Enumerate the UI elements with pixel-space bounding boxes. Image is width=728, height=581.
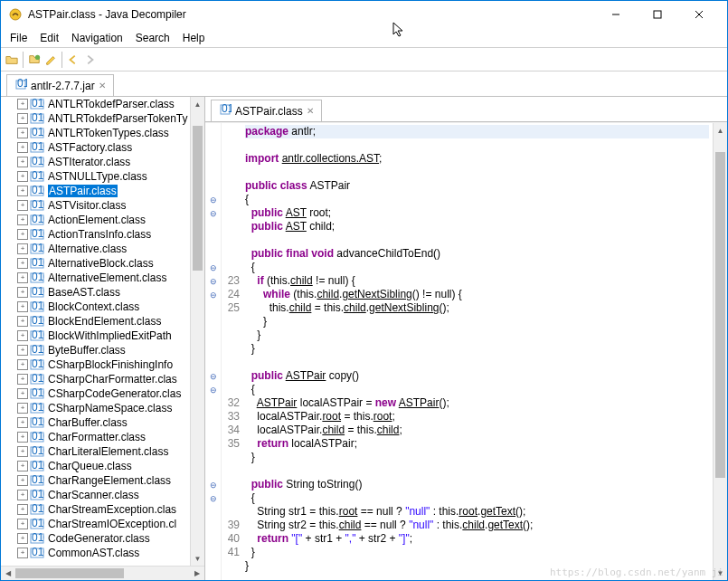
tree-item[interactable]: +010ASTVisitor.class [1, 198, 190, 213]
tree-item[interactable]: +010CharStreamException.clas [1, 502, 190, 517]
new-file-icon[interactable] [27, 52, 42, 67]
expand-icon[interactable]: + [17, 359, 28, 370]
tree-item[interactable]: +010ActionTransInfo.class [1, 227, 190, 242]
menu-file[interactable]: File [5, 30, 33, 46]
code-line[interactable]: while (this.child.getNextSibling() != nu… [245, 288, 709, 301]
expand-icon[interactable]: + [17, 272, 28, 283]
code-line[interactable]: public ASTPair copy() [245, 369, 709, 383]
tree-item[interactable]: +010Alternative.class [1, 242, 190, 256]
tree-item[interactable]: +010CharBuffer.class [1, 415, 190, 430]
expand-icon[interactable]: + [17, 258, 28, 269]
expand-icon[interactable]: + [17, 128, 28, 138]
tree-item[interactable]: +010CSharpBlockFinishingInfo [1, 357, 190, 372]
code-line[interactable] [245, 464, 709, 478]
code-line[interactable]: ASTPair localASTPair = new ASTPair(); [245, 396, 709, 410]
expand-icon[interactable]: + [17, 214, 28, 225]
editor-scrollbar-v[interactable]: ▲ ▼ [713, 123, 727, 580]
expand-icon[interactable]: + [17, 533, 28, 544]
tree-item[interactable]: +010BlockWithImpliedExitPath [1, 329, 190, 343]
tree-item[interactable]: +010ANTLRTokdefParser.class [1, 97, 190, 111]
expand-icon[interactable]: + [17, 345, 28, 356]
expand-icon[interactable]: + [17, 475, 28, 486]
tree-item[interactable]: +010CSharpNameSpace.class [1, 401, 190, 415]
scroll-right-arrow-icon[interactable]: ▶ [190, 567, 204, 580]
expand-icon[interactable]: + [17, 330, 28, 341]
minimize-button[interactable] [595, 1, 637, 28]
code-line[interactable]: localASTPair.child = this.child; [245, 424, 709, 437]
close-icon[interactable]: ✕ [307, 106, 314, 116]
scroll-thumb[interactable] [715, 152, 725, 478]
tree-scrollbar-v[interactable]: ▲ ▼ [190, 97, 204, 566]
code-line[interactable] [245, 233, 709, 247]
expand-icon[interactable]: + [17, 374, 28, 385]
tree-item[interactable]: +010CommonAST.class [1, 546, 190, 560]
code-line[interactable]: String str1 = this.root == null ? "null"… [245, 505, 709, 519]
code-line[interactable] [245, 166, 709, 179]
tree-item[interactable]: +010ActionElement.class [1, 213, 190, 227]
scroll-down-arrow-icon[interactable]: ▼ [191, 551, 204, 566]
code-line[interactable] [245, 356, 709, 369]
edit-icon[interactable] [43, 52, 58, 67]
code-line[interactable]: { [245, 193, 709, 206]
tab-jar[interactable]: 010 antlr-2.7.7.jar ✕ [6, 74, 114, 96]
expand-icon[interactable]: + [17, 403, 28, 414]
tree-item[interactable]: +010AlternativeBlock.class [1, 256, 190, 271]
expand-icon[interactable]: + [17, 316, 28, 327]
tree-item[interactable]: +010ASTNULLType.class [1, 169, 190, 184]
code-line[interactable]: } [245, 329, 709, 342]
expand-icon[interactable]: + [17, 186, 28, 196]
expand-icon[interactable]: + [17, 417, 28, 428]
code-line[interactable]: return "[" + str1 + "," + str2 + "]"; [245, 532, 709, 546]
code-line[interactable]: public final void advanceChildToEnd() [245, 247, 709, 261]
code-line[interactable]: } [245, 342, 709, 356]
tree-item[interactable]: +010CodeGenerator.class [1, 531, 190, 546]
tree-item[interactable]: +010CSharpCodeGenerator.clas [1, 386, 190, 401]
code-line[interactable]: if (this.child != null) { [245, 274, 709, 288]
menu-help[interactable]: Help [177, 30, 211, 46]
tree-item[interactable]: +010BlockEndElement.class [1, 314, 190, 329]
menu-navigation[interactable]: Navigation [66, 30, 128, 46]
tree-item[interactable]: +010CharQueue.class [1, 459, 190, 473]
code-line[interactable]: { [245, 491, 709, 505]
code-line[interactable]: String str2 = this.child == null ? "null… [245, 519, 709, 532]
expand-icon[interactable]: + [17, 388, 28, 399]
tree-item[interactable]: +010CharLiteralElement.class [1, 444, 190, 459]
tree-item[interactable]: +010CSharpCharFormatter.clas [1, 372, 190, 386]
tree-item[interactable]: +010ANTLRTokdefParserTokenTy [1, 111, 190, 126]
expand-icon[interactable]: + [17, 504, 28, 515]
expand-icon[interactable]: + [17, 446, 28, 457]
close-icon[interactable]: ✕ [99, 81, 106, 90]
expand-icon[interactable]: + [17, 229, 28, 240]
tree-item[interactable]: +010CharScanner.class [1, 488, 190, 502]
scroll-left-arrow-icon[interactable]: ◀ [1, 567, 15, 580]
tree-item[interactable]: +010ASTIterator.class [1, 155, 190, 169]
expand-icon[interactable]: + [17, 490, 28, 500]
tree-item[interactable]: +010CharRangeElement.class [1, 473, 190, 488]
expand-icon[interactable]: + [17, 142, 28, 153]
code-line[interactable]: localASTPair.root = this.root; [245, 410, 709, 424]
code-line[interactable]: public AST root; [245, 206, 709, 220]
tab-editor-file[interactable]: 010 ASTPair.class ✕ [211, 100, 322, 121]
expand-icon[interactable]: + [17, 157, 28, 167]
maximize-button[interactable] [637, 1, 678, 28]
code-line[interactable] [245, 138, 709, 152]
scroll-up-arrow-icon[interactable]: ▲ [191, 97, 204, 111]
forward-icon[interactable] [82, 52, 97, 67]
back-icon[interactable] [66, 52, 80, 67]
tree-item[interactable]: +010ASTPair.class [1, 184, 190, 198]
tree-item[interactable]: +010CharStreamIOException.cl [1, 517, 190, 531]
scroll-thumb[interactable] [193, 126, 203, 271]
code-line[interactable]: import antlr.collections.AST; [245, 152, 709, 166]
code-line[interactable]: } [245, 451, 709, 464]
tree-item[interactable]: +010ASTFactory.class [1, 140, 190, 155]
code-line[interactable]: } [245, 315, 709, 329]
fold-gutter[interactable]: ⊖⊖⊖⊖⊖⊖⊖⊖⊖ [205, 123, 222, 580]
expand-icon[interactable]: + [17, 113, 28, 124]
expand-icon[interactable]: + [17, 519, 28, 529]
code-line[interactable]: package antlr; [245, 125, 709, 138]
code-line[interactable]: { [245, 383, 709, 396]
menu-edit[interactable]: Edit [34, 30, 64, 46]
tree-item[interactable]: +010AlternativeElement.class [1, 271, 190, 285]
expand-icon[interactable]: + [17, 548, 28, 558]
tree-item[interactable]: +010BlockContext.class [1, 300, 190, 314]
